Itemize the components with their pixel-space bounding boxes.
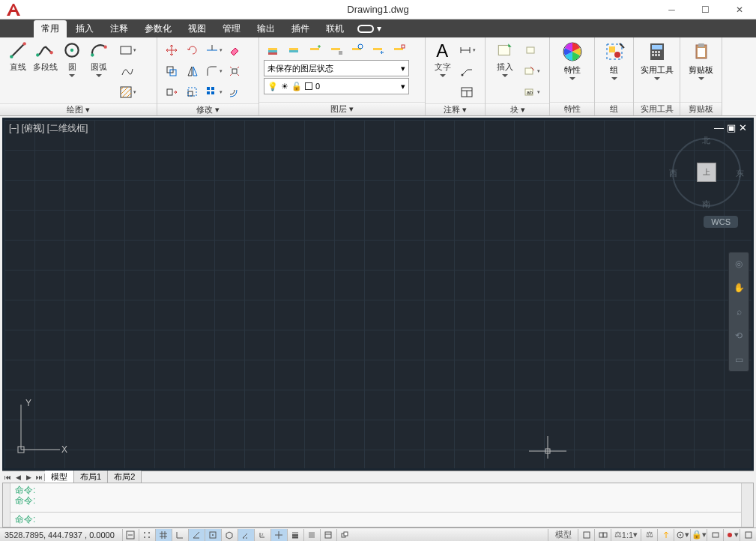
selection-cycling-button[interactable]	[336, 529, 353, 541]
osnap-button[interactable]	[205, 529, 221, 541]
properties-button[interactable]: 特性	[556, 40, 589, 80]
polar-button[interactable]	[188, 529, 205, 541]
array-button[interactable]: ▾	[204, 82, 223, 102]
move-button[interactable]	[162, 40, 181, 60]
insert-button[interactable]: 插入	[490, 40, 520, 77]
create-block-button[interactable]	[521, 40, 541, 60]
layer-isolate-button[interactable]	[390, 40, 409, 60]
transparency-button[interactable]	[303, 529, 320, 541]
tab-plugins[interactable]: 插件	[284, 20, 317, 37]
utilities-button[interactable]: 实用工具	[641, 40, 674, 80]
annotation-autoscale-button[interactable]	[657, 529, 674, 541]
close-button[interactable]: ✕	[722, 0, 756, 19]
layout-2-tab[interactable]: 布局2	[108, 471, 142, 483]
table-button[interactable]	[457, 82, 477, 102]
tab-view[interactable]: 视图	[181, 20, 214, 37]
erase-button[interactable]	[225, 40, 244, 60]
layout-first-icon[interactable]: ⏮	[2, 474, 13, 481]
stretch-button[interactable]	[162, 82, 181, 102]
edit-attr-button[interactable]: ab▾	[521, 82, 541, 102]
tab-output[interactable]: 输出	[250, 20, 282, 37]
model-space-button[interactable]: 模型	[548, 529, 578, 541]
layer-freeze-button[interactable]	[306, 40, 325, 60]
command-scrollbar[interactable]	[741, 483, 753, 527]
tab-appearance[interactable]: ▾	[357, 23, 381, 34]
3dosnap-button[interactable]	[221, 529, 238, 541]
layer-properties-button[interactable]	[264, 40, 283, 60]
offset-button[interactable]	[225, 82, 244, 102]
polyline-button[interactable]: 多段线	[31, 40, 58, 73]
minimize-button[interactable]: ─	[655, 0, 689, 19]
steering-wheel-icon[interactable]: ◎	[731, 256, 747, 272]
dyn-button[interactable]	[270, 529, 287, 541]
layout-model-tab[interactable]: 模型	[45, 471, 74, 484]
rotate-button[interactable]	[183, 40, 202, 60]
layer-match-button[interactable]	[348, 40, 367, 60]
quickview-layouts-button[interactable]	[578, 529, 594, 541]
tab-home[interactable]: 常用	[34, 20, 67, 37]
layer-prev-button[interactable]	[369, 40, 388, 60]
circle-button[interactable]: 圆	[58, 40, 85, 77]
pan-icon[interactable]: ✋	[731, 279, 747, 296]
layer-lock-button[interactable]	[327, 40, 346, 60]
tab-insert[interactable]: 插入	[68, 20, 101, 37]
viewcube-top[interactable]: 上	[697, 163, 716, 182]
tab-online[interactable]: 联机	[318, 20, 351, 37]
clipboard-button[interactable]: 剪贴板	[685, 40, 717, 80]
leader-button[interactable]	[457, 61, 477, 81]
layout-next-icon[interactable]: ▶	[23, 474, 34, 481]
toolbar-lock-button[interactable]: 🔒▾	[690, 529, 707, 541]
orbit-icon[interactable]: ⟲	[731, 327, 747, 344]
layer-off-button[interactable]	[285, 40, 304, 60]
showmotion-icon[interactable]: ▭	[731, 351, 747, 368]
explode-button[interactable]	[225, 61, 244, 81]
wcs-badge[interactable]: WCS	[704, 216, 738, 228]
clean-screen-button[interactable]	[740, 529, 756, 541]
group-button[interactable]: 组	[599, 40, 629, 80]
ortho-button[interactable]	[172, 529, 188, 541]
isolate-objects-button[interactable]: ▾	[723, 529, 740, 541]
app-logo-icon[interactable]	[0, 0, 27, 19]
quickview-drawings-button[interactable]	[594, 529, 611, 541]
scale-button[interactable]	[183, 82, 202, 102]
lineweight-button[interactable]	[287, 529, 303, 541]
zoom-extents-icon[interactable]: ⌕	[731, 303, 747, 320]
command-input[interactable]	[38, 515, 737, 525]
annotation-scale-button[interactable]: ⚖1:1▾	[611, 529, 641, 541]
grid-button[interactable]	[155, 529, 172, 541]
trim-button[interactable]: ▾	[204, 40, 223, 60]
text-button[interactable]: A 文字	[430, 40, 456, 77]
qp-button[interactable]	[320, 529, 336, 541]
drawing-viewport[interactable]: [–] [俯视] [二维线框] — ▣ ✕ YX 上 北 南 东 西 WCS ◎…	[2, 118, 754, 471]
infer-constraints-button[interactable]	[122, 529, 139, 541]
dimension-button[interactable]: ▾	[457, 40, 477, 60]
hardware-accel-button[interactable]	[707, 529, 723, 541]
snap-button[interactable]	[139, 529, 155, 541]
viewport-controls-label[interactable]: [–] [俯视] [二维线框]	[9, 122, 88, 135]
copy-button[interactable]	[162, 61, 181, 81]
rectangle-button[interactable]: ▾	[118, 40, 137, 60]
maximize-button[interactable]: ☐	[689, 0, 722, 19]
layout-prev-icon[interactable]: ◀	[13, 474, 23, 481]
workspace-button[interactable]: ▾	[674, 529, 690, 541]
tab-annotate[interactable]: 注释	[103, 20, 136, 37]
tab-manage[interactable]: 管理	[215, 20, 248, 37]
tab-parametric[interactable]: 参数化	[137, 20, 179, 37]
viewport-minimize-icon[interactable]: —	[714, 122, 724, 133]
line-button[interactable]: 直线	[4, 40, 31, 73]
viewport-maximize-icon[interactable]: ▣	[727, 122, 736, 133]
ducs-button[interactable]: z	[254, 529, 270, 541]
cursor-coordinates[interactable]: 3528.7895, 444.7937 , 0.0000	[0, 531, 119, 540]
arc-button[interactable]: 圆弧	[85, 40, 112, 77]
otrack-button[interactable]	[238, 529, 254, 541]
edit-block-button[interactable]: ▾	[521, 61, 541, 81]
layer-current-dropdown[interactable]: 💡 ☀ 🔓 0 ▾	[264, 78, 409, 94]
layout-1-tab[interactable]: 布局1	[74, 471, 108, 483]
fillet-button[interactable]: ▾	[204, 61, 223, 81]
spline-button[interactable]	[118, 61, 137, 81]
command-drag-handle[interactable]	[3, 483, 10, 527]
mirror-button[interactable]	[183, 61, 202, 81]
viewcube[interactable]: 上 北 南 东 西	[672, 138, 741, 207]
annotation-visibility-button[interactable]: ⚖	[641, 529, 657, 541]
hatch-button[interactable]: ▾	[118, 82, 137, 102]
